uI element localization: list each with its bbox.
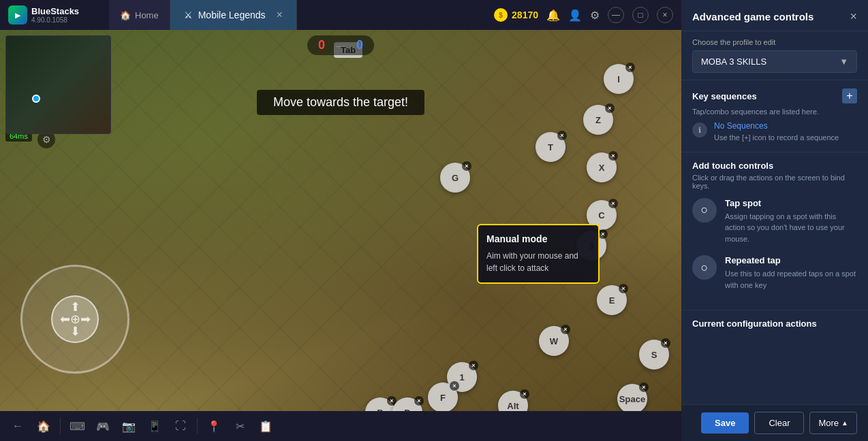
key-S[interactable]: ×S [639, 340, 669, 370]
home-icon: 🏠 [120, 10, 131, 20]
key-T[interactable]: ×T [536, 132, 565, 162]
joystick[interactable]: ⬆⬅⊕➡⬇ [20, 265, 129, 374]
add-touch-section: Add touch controls Click or drag the act… [681, 152, 868, 311]
tab-home[interactable]: 🏠 Home [109, 0, 170, 30]
joystick-inner: ⬆⬅⊕➡⬇ [51, 295, 99, 343]
maximize-button[interactable]: □ [632, 7, 649, 23]
bell-icon[interactable]: 🔔 [546, 9, 560, 22]
minimize-button[interactable]: — [608, 7, 624, 23]
game-background: 0 — 0 Tab Move towards the target! 64ms … [0, 30, 681, 411]
key-W[interactable]: ×W [539, 326, 569, 356]
close-window-button[interactable]: × [657, 7, 673, 23]
right-panel: Advanced game controls × Choose the prof… [681, 0, 868, 441]
key-E[interactable]: ×E [597, 285, 627, 315]
info-icon: ℹ [692, 122, 707, 137]
tap-spot-content: Tap spot Assign tapping on a spot with t… [725, 198, 857, 245]
key-sequences-title: Key sequences [692, 91, 757, 101]
tab-game[interactable]: ⚔ Mobile Legends [170, 0, 297, 30]
key-sequences-header: Key sequences + [692, 88, 857, 103]
app-name: BlueStacks [31, 6, 79, 16]
scissors-button[interactable]: ✂ [228, 414, 252, 438]
current-config-title: Current configuration actions [692, 318, 857, 329]
clear-button[interactable]: Clear [754, 412, 804, 434]
score-separator: — [336, 40, 345, 51]
save-button[interactable]: Save [701, 412, 749, 434]
repeated-tap-desc: Use this to add repeated taps on a spot … [725, 268, 857, 291]
pin-button[interactable]: 📍 [202, 414, 226, 438]
repeated-tap-toggle[interactable]: ○ [692, 255, 717, 280]
more-arrow-icon: ▲ [841, 419, 848, 427]
home-toolbar-button[interactable]: 🏠 [31, 414, 56, 438]
panel-header: Advanced game controls × [681, 0, 868, 31]
panel-close-button[interactable]: × [850, 10, 857, 24]
key-sequences-section: Key sequences + Tap/combo sequences are … [681, 80, 868, 152]
score-blue: 0 [356, 38, 363, 52]
profile-label: Choose the profile to edit [692, 38, 857, 46]
joystick-arrows: ⬆⬅⊕➡⬇ [60, 301, 91, 338]
more-button[interactable]: More ▲ [809, 412, 857, 434]
key-I[interactable]: ×I [604, 64, 634, 94]
app-version: 4.90.0.1058 [31, 16, 79, 24]
back-button[interactable]: ← [5, 414, 30, 438]
add-touch-title: Add touch controls [692, 161, 857, 171]
title-icons: 🔔 👤 ⚙ — □ × [538, 7, 681, 23]
minimap [5, 35, 111, 134]
profile-icon[interactable]: 👤 [568, 9, 582, 22]
device-button[interactable]: 📋 [253, 414, 278, 438]
panel-footer: Save Clear More ▲ [681, 404, 868, 441]
more-label: More [818, 418, 839, 428]
gamepad-button[interactable]: 🎮 [91, 414, 115, 438]
bluestacks-brand: ▶ BlueStacks 4.90.0.1058 [0, 5, 109, 24]
coin-area: $ 28170 [494, 8, 538, 22]
no-sequences-text: Use the [+] icon to record a sequence [714, 132, 839, 144]
tap-spot-toggle[interactable]: ○ [692, 198, 717, 223]
tap-spot-item: ○ Tap spot Assign tapping on a spot with… [692, 198, 857, 245]
bluestacks-logo: ▶ [8, 5, 27, 24]
profile-name: MOBA 3 SKILLS [701, 56, 766, 67]
title-bar: ▶ BlueStacks 4.90.0.1058 🏠 Home ⚔ Mobile… [0, 0, 681, 30]
tap-spot-title: Tap spot [725, 198, 857, 208]
move-text: Move towards the target! [257, 90, 424, 115]
profile-dropdown[interactable]: MOBA 3 SKILLS ▼ [692, 50, 857, 73]
score-red: 0 [318, 38, 325, 52]
game-title: Mobile Legends [198, 10, 266, 20]
tap-spot-desc: Assign tapping on a spot with this actio… [725, 211, 857, 245]
keyboard-button[interactable]: ⌨ [65, 414, 89, 438]
manual-mode-title: Manual mode [486, 233, 590, 244]
fullscreen-button[interactable]: ⛶ [168, 414, 193, 438]
minimap-inner [6, 36, 110, 133]
hud-score: 0 — 0 [307, 35, 374, 55]
key-X[interactable]: ×X [587, 152, 617, 182]
game-area: ▶ BlueStacks 4.90.0.1058 🏠 Home ⚔ Mobile… [0, 0, 681, 441]
toolbar-separator-1 [60, 418, 61, 434]
add-sequence-button[interactable]: + [842, 88, 857, 103]
key-Alt[interactable]: ×Alt [498, 391, 528, 411]
repeated-tap-title: Repeated tap [725, 255, 857, 265]
bottom-toolbar: ← 🏠 ⌨ 🎮 📷 📱 ⛶ 📍 ✂ 📋 [0, 411, 681, 441]
minimap-hero [32, 95, 40, 103]
no-sequences: ℹ No Sequences Use the [+] icon to recor… [692, 121, 857, 144]
key-Z[interactable]: ×Z [583, 105, 613, 135]
game-icon: ⚔ [184, 10, 193, 20]
key-G[interactable]: ×G [440, 163, 470, 193]
repeated-tap-content: Repeated tap Use this to add repeated ta… [725, 255, 857, 291]
toolbar-separator-2 [197, 418, 198, 434]
screenshot-button[interactable]: 📷 [117, 414, 141, 438]
virtual-button[interactable]: 📱 [142, 414, 167, 438]
current-config-section: Current configuration actions [681, 310, 868, 404]
panel-title: Advanced game controls [692, 11, 813, 22]
game-content: 0 — 0 Tab Move towards the target! 64ms … [0, 30, 681, 411]
no-sequences-title: No Sequences [714, 121, 839, 131]
manual-mode-tooltip: Manual mode Aim with your mouse and left… [477, 224, 600, 284]
home-label: Home [135, 10, 159, 20]
coin-icon: $ [494, 8, 508, 22]
profile-section: Choose the profile to edit MOBA 3 SKILLS… [681, 31, 868, 80]
dropdown-arrow-icon: ▼ [839, 56, 848, 67]
key-sequences-subtitle: Tap/combo sequences are listed here. [692, 108, 857, 116]
add-touch-subtitle: Click or drag the actions on the screen … [692, 174, 857, 190]
no-sequences-content: No Sequences Use the [+] icon to record … [714, 121, 839, 144]
key-F[interactable]: ×F [428, 382, 458, 411]
settings-icon[interactable]: ⚙ [590, 9, 600, 22]
key-Space[interactable]: ×Space [617, 384, 647, 411]
repeated-tap-item: ○ Repeated tap Use this to add repeated … [692, 255, 857, 291]
